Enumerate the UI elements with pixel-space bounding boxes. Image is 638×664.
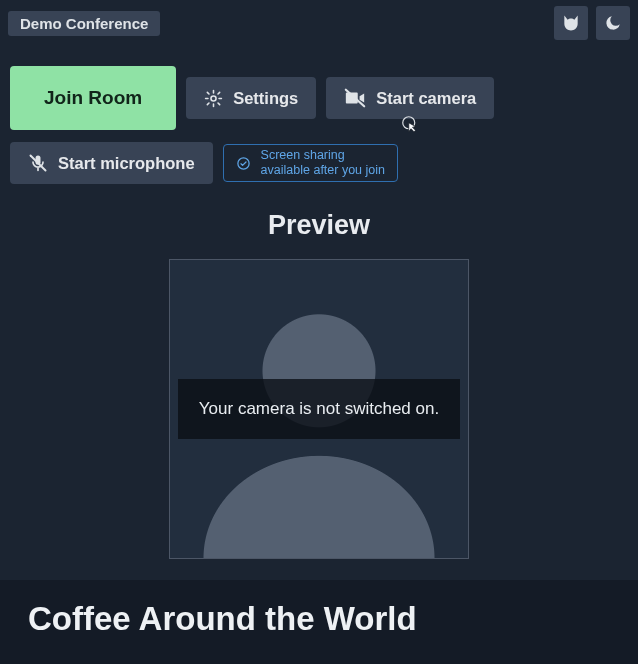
start-microphone-label: Start microphone bbox=[58, 154, 195, 173]
cat-icon-button[interactable] bbox=[554, 6, 588, 40]
footer-section: Coffee Around the World bbox=[0, 580, 638, 664]
top-bar: Demo Conference bbox=[0, 0, 638, 46]
camera-preview-box: Your camera is not switched on. bbox=[169, 259, 469, 559]
cat-icon bbox=[561, 13, 581, 33]
microphone-off-icon bbox=[28, 153, 48, 173]
join-room-button[interactable]: Join Room bbox=[10, 66, 176, 130]
svg-point-4 bbox=[237, 157, 248, 168]
start-camera-label: Start camera bbox=[376, 89, 476, 108]
camera-off-message: Your camera is not switched on. bbox=[178, 379, 460, 439]
moon-icon bbox=[604, 14, 622, 32]
start-microphone-button[interactable]: Start microphone bbox=[10, 142, 213, 184]
check-circle-icon bbox=[236, 156, 251, 171]
settings-button[interactable]: Settings bbox=[186, 77, 316, 119]
notice-line1: Screen sharing bbox=[261, 148, 385, 163]
app-title-chip[interactable]: Demo Conference bbox=[8, 11, 160, 36]
page-title: Coffee Around the World bbox=[28, 600, 610, 638]
svg-point-0 bbox=[211, 95, 216, 100]
settings-label: Settings bbox=[233, 89, 298, 108]
start-camera-button[interactable]: Start camera bbox=[326, 77, 494, 119]
moon-icon-button[interactable] bbox=[596, 6, 630, 40]
screen-share-notice: Screen sharing available after you join bbox=[223, 144, 398, 182]
camera-off-icon bbox=[344, 87, 366, 109]
notice-line2: available after you join bbox=[261, 163, 385, 178]
top-icon-group bbox=[554, 6, 630, 40]
gear-icon bbox=[204, 89, 223, 108]
preview-heading: Preview bbox=[0, 210, 638, 241]
controls-row: Join Room Settings Start camera Start mi… bbox=[0, 46, 638, 208]
